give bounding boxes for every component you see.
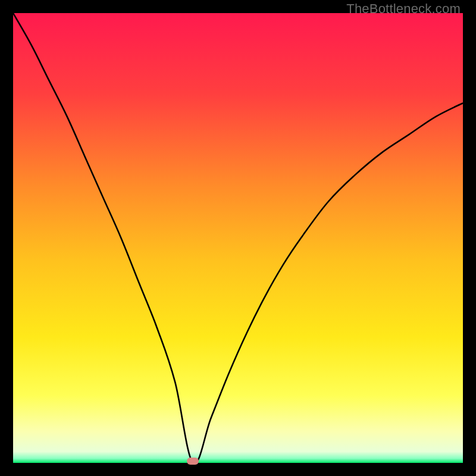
bottleneck-chart — [13, 13, 463, 463]
chart-frame — [13, 13, 463, 463]
watermark-text: TheBottleneck.com — [346, 1, 461, 17]
gradient-background — [13, 13, 463, 463]
optimal-marker — [187, 458, 199, 465]
